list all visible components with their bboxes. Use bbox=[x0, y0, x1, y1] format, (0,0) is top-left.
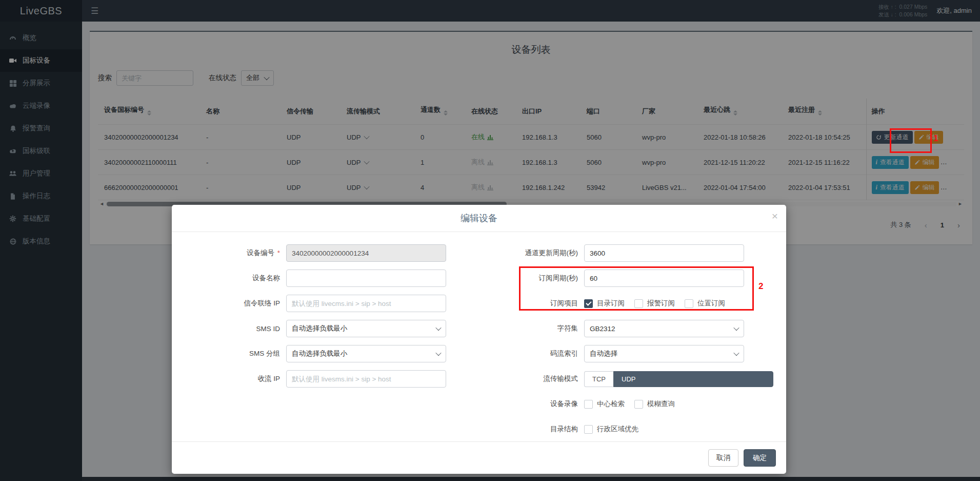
confirm-button[interactable]: 确定 bbox=[744, 449, 776, 467]
chevron-down-icon bbox=[733, 325, 739, 331]
chevron-down-icon bbox=[435, 325, 441, 331]
recv-ip-label: 收流 IP bbox=[177, 374, 286, 383]
recv-ip-field[interactable] bbox=[286, 370, 446, 388]
sms-group-label: SMS 分组 bbox=[177, 349, 286, 358]
stream-mode-toggle: TCP UDP bbox=[584, 371, 773, 387]
close-icon[interactable]: × bbox=[772, 210, 778, 221]
charset-label: 字符集 bbox=[462, 324, 584, 333]
device-name-field[interactable] bbox=[286, 270, 446, 287]
checkbox-fuzzy-query[interactable] bbox=[634, 400, 643, 409]
tcp-option[interactable]: TCP bbox=[584, 371, 613, 387]
sip-host-label: 信令联络 IP bbox=[177, 299, 286, 308]
dir-structure-label: 目录结构 bbox=[462, 425, 584, 434]
device-name-label: 设备名称 bbox=[177, 274, 286, 283]
sms-id-label: SMS ID bbox=[177, 325, 286, 333]
checkbox-directory-subscribe[interactable] bbox=[584, 299, 593, 308]
modal-footer: 取消 确定 bbox=[172, 441, 786, 474]
channel-refresh-field[interactable] bbox=[584, 244, 744, 262]
cancel-button[interactable]: 取消 bbox=[708, 449, 738, 467]
checkbox-label: 中心检索 bbox=[597, 399, 625, 409]
checkbox-label: 目录订阅 bbox=[597, 299, 625, 308]
subscribe-interval-label: 订阅周期(秒) bbox=[462, 274, 584, 283]
checkbox-label: 模糊查询 bbox=[647, 399, 675, 409]
checkbox-admin-region-first[interactable] bbox=[584, 425, 593, 434]
charset-select[interactable]: GB2312 bbox=[584, 320, 744, 337]
required-asterisk: * bbox=[277, 249, 280, 257]
udp-option[interactable]: UDP bbox=[613, 371, 773, 387]
chevron-down-icon bbox=[435, 350, 441, 356]
sip-host-field[interactable] bbox=[286, 295, 446, 312]
chevron-down-icon bbox=[733, 350, 739, 356]
checkbox-label: 行政区域优先 bbox=[597, 425, 638, 434]
checkbox-alarm-subscribe[interactable] bbox=[634, 299, 643, 308]
checkbox-position-subscribe[interactable] bbox=[685, 299, 693, 308]
sms-group-select[interactable]: 自动选择负载最小 bbox=[286, 345, 446, 362]
app-root: LiveGBS 概览 国标设备 分屏展示 云端录像 报警查询 bbox=[0, 0, 980, 481]
device-id-label: 设备编号 * bbox=[177, 248, 286, 258]
sms-id-select[interactable]: 自动选择负载最小 bbox=[286, 320, 446, 337]
checkbox-label: 位置订阅 bbox=[697, 299, 725, 308]
modal-header: 编辑设备 × bbox=[172, 205, 786, 232]
stream-index-label: 码流索引 bbox=[462, 349, 584, 358]
subscribe-items-label: 订阅项目 bbox=[462, 299, 584, 308]
channel-refresh-label: 通道更新周期(秒) bbox=[462, 248, 584, 258]
modal-body: 设备编号 * 设备名称 信令联络 IP SMS ID 自动选择负载最小 SMS … bbox=[172, 232, 786, 446]
device-id-field bbox=[286, 244, 446, 262]
checkbox-center-search[interactable] bbox=[584, 400, 593, 409]
modal-left-column: 设备编号 * 设备名称 信令联络 IP SMS ID 自动选择负载最小 SMS … bbox=[177, 244, 462, 446]
modal-title: 编辑设备 bbox=[461, 212, 497, 224]
checkbox-label: 报警订阅 bbox=[647, 299, 675, 308]
modal-right-column: 通道更新周期(秒) 订阅周期(秒) 订阅项目 目录订阅 报警订阅 位置订阅 字符… bbox=[462, 244, 776, 446]
stream-mode-label: 流传输模式 bbox=[462, 374, 584, 383]
stream-index-select[interactable]: 自动选择 bbox=[584, 345, 744, 362]
edit-device-modal: 编辑设备 × 设备编号 * 设备名称 信令联络 IP SMS ID bbox=[172, 205, 786, 474]
subscribe-interval-field[interactable] bbox=[584, 270, 744, 287]
device-record-label: 设备录像 bbox=[462, 399, 584, 409]
